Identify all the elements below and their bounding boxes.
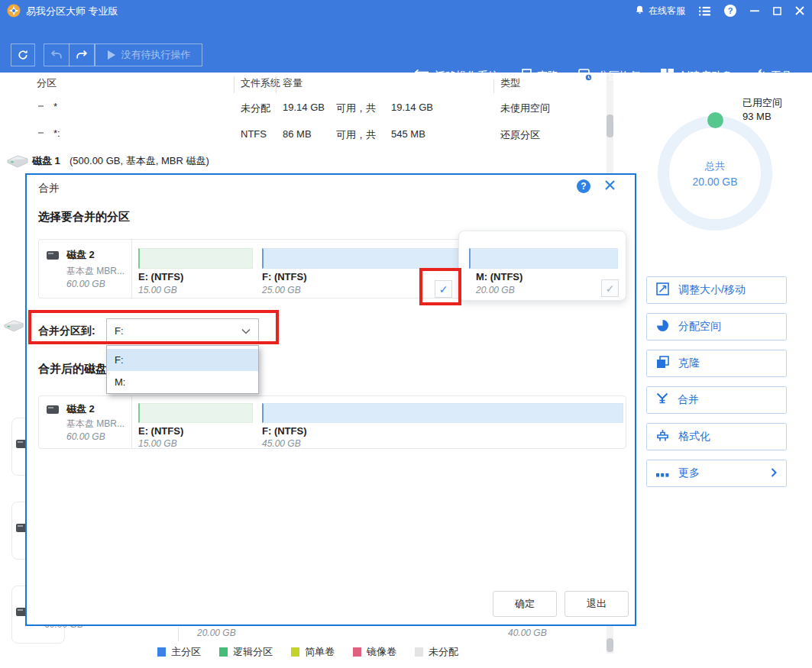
merge-side-button[interactable]: 合并 <box>646 386 787 414</box>
partition-type: 还原分区 <box>500 128 540 142</box>
total-value: 20.00 GB <box>692 176 737 188</box>
disk1-group-row[interactable]: 磁盘 1 (500.00 GB, 基本盘, MBR 磁盘) <box>5 151 600 171</box>
dialog-close-icon[interactable] <box>604 179 616 194</box>
chevron-down-icon <box>797 70 806 82</box>
maximize-button[interactable] <box>773 7 781 15</box>
result-partition-e: E: (NTFS) 15.00 GB <box>138 396 254 450</box>
partition-m-bar <box>469 248 618 269</box>
divider <box>178 628 179 641</box>
section-select-partitions: 选择要合并的分区 <box>38 210 130 224</box>
ok-button[interactable]: 确定 <box>493 591 557 617</box>
clone-button[interactable]: 克隆 <box>519 69 558 84</box>
bell-icon <box>635 5 645 18</box>
table-row[interactable]: *: NTFS 86 MB 可用，共 545 MB 还原分区 <box>31 124 603 149</box>
recovery-icon <box>578 69 593 84</box>
exit-button[interactable]: 退出 <box>565 591 629 617</box>
partition-capacity-total: 545 MB <box>391 128 425 140</box>
partition-e-bar <box>138 248 253 269</box>
more-dots-icon <box>656 466 669 480</box>
toolbar-actions: 迁移操作系统 克隆 分区恢复 创建启动盘 工具 <box>415 65 806 88</box>
migrate-os-button[interactable]: 迁移操作系统 <box>415 69 499 83</box>
partition-m-checkbox[interactable]: ✓ <box>601 279 619 297</box>
help-button[interactable]: ? <box>724 5 736 17</box>
resize-move-label: 调整大小/移动 <box>678 283 746 297</box>
result-partition-f-label: F: (NTFS) <box>262 425 306 437</box>
execute-pending-button[interactable]: 没有待执行操作 <box>95 44 202 66</box>
table-row[interactable]: * 未分配 19.14 GB 可用，共 19.14 GB 未使用空间 <box>31 98 603 122</box>
result-partition-e-size: 15.00 GB <box>138 438 177 449</box>
result-disk-name: 磁盘 2 <box>66 402 95 416</box>
partition-m-size: 20.00 GB <box>476 285 515 295</box>
partition-f-label: F: (NTFS) <box>262 271 306 282</box>
allocate-space-button[interactable]: 分配空间 <box>646 313 787 340</box>
refresh-button[interactable] <box>11 44 35 66</box>
partition-e-size: 15.00 GB <box>138 285 177 295</box>
column-capacity: 容量 <box>283 76 302 90</box>
dialog-help-icon[interactable]: ? <box>577 179 590 193</box>
legend-swatch <box>291 647 299 657</box>
drive-icon <box>47 251 59 260</box>
more-button[interactable]: 更多 <box>646 460 787 487</box>
section-result-disk: 合并后的磁盘 <box>38 362 107 376</box>
legend-swatch <box>415 647 423 657</box>
source-disk-info: 磁盘 2 基本盘 MBR... 60.00 GB <box>39 240 132 298</box>
resize-icon <box>656 282 669 299</box>
resize-move-button[interactable]: 调整大小/移动 <box>646 276 787 304</box>
drive-icon <box>47 405 59 414</box>
pie-icon <box>656 319 669 335</box>
partition-f[interactable]: F: (NTFS) 25.00 GB <box>262 240 459 299</box>
clone-side-button[interactable]: 克隆 <box>646 350 787 377</box>
format-button[interactable]: 格式化 <box>646 423 787 450</box>
titlebar: 易我分区大师 专业版 在线客服 ? <box>0 0 812 21</box>
merge-to-select[interactable]: F: <box>106 318 259 344</box>
clone-icon <box>519 69 532 84</box>
result-disk-type: 基本盘 MBR... <box>66 418 125 431</box>
bg-part2-size: 40.00 GB <box>508 628 547 638</box>
result-partition-f-size: 45.00 GB <box>262 438 301 449</box>
format-brush-icon <box>656 429 669 445</box>
partition-recovery-button[interactable]: 分区恢复 <box>578 69 641 84</box>
grid-icon <box>661 69 674 84</box>
tools-label: 工具 <box>771 69 792 83</box>
source-disk-name: 磁盘 2 <box>66 248 95 262</box>
minimize-button[interactable] <box>750 6 759 15</box>
result-partition-e-bar <box>138 403 253 423</box>
partition-type: 未使用空间 <box>500 102 550 115</box>
merge-to-dropdown: F: M: <box>106 345 259 394</box>
create-boot-disk-label: 创建启动盘 <box>679 69 733 83</box>
scrollbar-thumb[interactable] <box>607 115 613 137</box>
close-button[interactable] <box>795 6 804 15</box>
partition-m-card[interactable]: M: (NTFS) 20.00 GB ✓ <box>458 231 626 301</box>
result-partition-e-label: E: (NTFS) <box>138 425 183 437</box>
create-boot-disk-button[interactable]: 创建启动盘 <box>661 69 733 84</box>
legend-mirror: 镜像卷 <box>353 645 396 659</box>
partition-m-label: M: (NTFS) <box>476 271 522 282</box>
dropdown-option-f[interactable]: F: <box>107 349 258 371</box>
partition-capacity-note: 可用，共 <box>336 128 376 142</box>
operation-list-button[interactable] <box>699 6 710 16</box>
customer-service-button[interactable]: 在线客服 <box>635 5 685 18</box>
scrollbar-thumb-end[interactable] <box>607 638 613 652</box>
source-disk-size: 60.00 GB <box>66 279 105 289</box>
used-space-value: 93 MB <box>742 111 772 122</box>
column-partition: 分区 <box>37 76 57 90</box>
redo-button[interactable] <box>70 50 94 60</box>
more-label: 更多 <box>678 466 700 480</box>
dropdown-option-m[interactable]: M: <box>107 371 258 393</box>
select-chevron-icon <box>241 328 251 334</box>
used-space-dot <box>707 112 723 128</box>
result-disk-row: 磁盘 2 基本盘 MBR... 60.00 GB E: (NTFS) 15.00… <box>38 395 626 449</box>
wrench-icon <box>752 69 765 84</box>
result-disk-size: 60.00 GB <box>66 431 105 442</box>
disk-3d-icon <box>3 318 24 335</box>
legend-swatch <box>219 647 228 657</box>
used-space-label: 已用空间 <box>742 96 782 110</box>
disk1-name: 磁盘 1 <box>32 154 60 168</box>
partition-legend: 主分区 逻辑分区 简单卷 镜像卷 未分配 <box>157 645 458 659</box>
tools-button[interactable]: 工具 <box>752 69 806 84</box>
partition-f-checkbox[interactable]: ✓ <box>435 280 452 298</box>
clone-side-label: 克隆 <box>678 357 700 370</box>
undo-button[interactable] <box>44 50 69 60</box>
source-disk-type: 基本盘 MBR... <box>66 265 125 278</box>
partition-e[interactable]: E: (NTFS) 15.00 GB <box>138 240 254 299</box>
